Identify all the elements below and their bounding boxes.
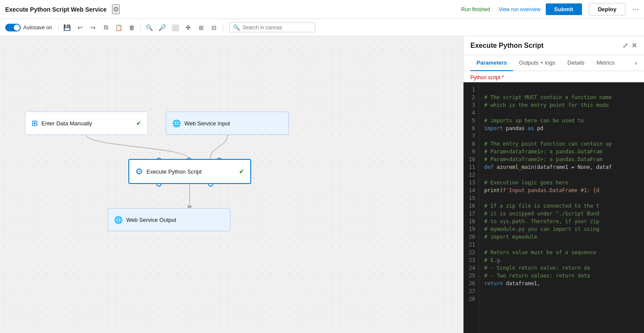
connections-svg — [0, 36, 463, 333]
top-bar: Execute Python Script Web Service ⚙ Run … — [0, 0, 644, 19]
enter-data-icon: ⊞ — [31, 118, 38, 128]
fit-view-button[interactable]: ⬜ — [169, 22, 181, 34]
node-web-output[interactable]: 🌐 Web Service Output — [108, 208, 230, 231]
run-status: Run finished — [461, 6, 490, 12]
execute-python-icon: ⚙ — [135, 166, 143, 177]
required-marker: * — [500, 75, 504, 81]
toolbar-divider-1 — [58, 23, 59, 32]
node-web-input[interactable]: 🌐 Web Service Input — [166, 112, 289, 135]
submit-button[interactable]: Submit — [546, 3, 582, 15]
close-panel-button[interactable]: ✕ — [632, 41, 637, 50]
tab-metrics[interactable]: Metrics — [591, 55, 621, 71]
toolbar-divider-2 — [140, 23, 141, 32]
web-output-label: Web Service Output — [126, 217, 176, 223]
line-numbers: 1234567891011121314151617181920212223242… — [464, 82, 479, 333]
node-execute-python[interactable]: ⚙ Execute Python Script ✔ — [128, 159, 251, 184]
code-editor[interactable]: 1234567891011121314151617181920212223242… — [464, 82, 644, 333]
search-input[interactable] — [243, 25, 311, 31]
panel-tabs: Parameters Outputs + logs Details Metric… — [464, 55, 644, 71]
web-output-icon: 🌐 — [114, 216, 123, 224]
web-input-label: Web Service Input — [184, 120, 230, 127]
copy-button[interactable]: ⧉ — [100, 22, 112, 34]
autosave-switch[interactable] — [5, 24, 21, 31]
undo-button[interactable]: ↩ — [74, 22, 86, 34]
tabs-more-button[interactable]: › — [635, 55, 637, 71]
expand-panel-button[interactable]: ⤢ — [622, 41, 628, 50]
node-enter-data[interactable]: ⊞ Enter Data Manually ✔ — [25, 112, 148, 135]
main-area: ⊞ Enter Data Manually ✔ 🌐 Web Service In… — [0, 36, 644, 333]
enter-data-check: ✔ — [136, 120, 141, 127]
tab-details[interactable]: Details — [561, 55, 591, 71]
view-run-link[interactable]: View run overview — [498, 6, 540, 12]
enter-data-label: Enter Data Manually — [41, 120, 92, 127]
pan-button[interactable]: ✜ — [182, 22, 194, 34]
app-title: Execute Python Script Web Service — [5, 6, 107, 13]
right-panel: Execute Python Script ⤢ ✕ Parameters Out… — [463, 36, 644, 333]
autosave-label: Autosave on — [23, 25, 52, 31]
tab-parameters[interactable]: Parameters — [470, 55, 513, 71]
settings-icon[interactable]: ⚙ — [112, 4, 120, 14]
layout-button[interactable]: ⊟ — [208, 22, 220, 34]
toolbar: Autosave on 💾 ↩ ↪ ⧉ 📋 🗑 🔍 🔎 ⬜ ✜ ⊞ ⊟ 🔍 — [0, 19, 644, 36]
code-label: Python script * — [464, 71, 644, 82]
panel-title: Execute Python Script — [470, 42, 619, 50]
canvas[interactable]: ⊞ Enter Data Manually ✔ 🌐 Web Service In… — [0, 36, 463, 333]
deploy-button[interactable]: Deploy — [589, 3, 625, 16]
code-content[interactable]: 1234567891011121314151617181920212223242… — [464, 82, 644, 333]
save-button[interactable]: 💾 — [61, 22, 73, 34]
paste-button[interactable]: 📋 — [113, 22, 125, 34]
zoom-in-button[interactable]: 🔎 — [156, 22, 168, 34]
panel-header: Execute Python Script ⤢ ✕ — [464, 36, 644, 55]
code-lines[interactable]: # The script MUST contain a function nam… — [479, 82, 644, 333]
search-box[interactable]: 🔍 — [229, 22, 315, 32]
zoom-out-button[interactable]: 🔍 — [143, 22, 156, 34]
delete-button[interactable]: 🗑 — [126, 22, 138, 34]
tab-outputs-logs[interactable]: Outputs + logs — [513, 55, 561, 71]
more-options-button[interactable]: ··· — [632, 5, 639, 14]
grid-button[interactable]: ⊞ — [195, 22, 207, 34]
execute-python-label: Execute Python Script — [146, 168, 202, 175]
execute-python-check: ✔ — [239, 168, 244, 175]
search-icon: 🔍 — [233, 24, 240, 31]
redo-button[interactable]: ↪ — [87, 22, 99, 34]
toolbar-divider-3 — [223, 23, 223, 32]
autosave-toggle[interactable]: Autosave on — [5, 24, 52, 31]
web-input-icon: 🌐 — [172, 119, 181, 128]
